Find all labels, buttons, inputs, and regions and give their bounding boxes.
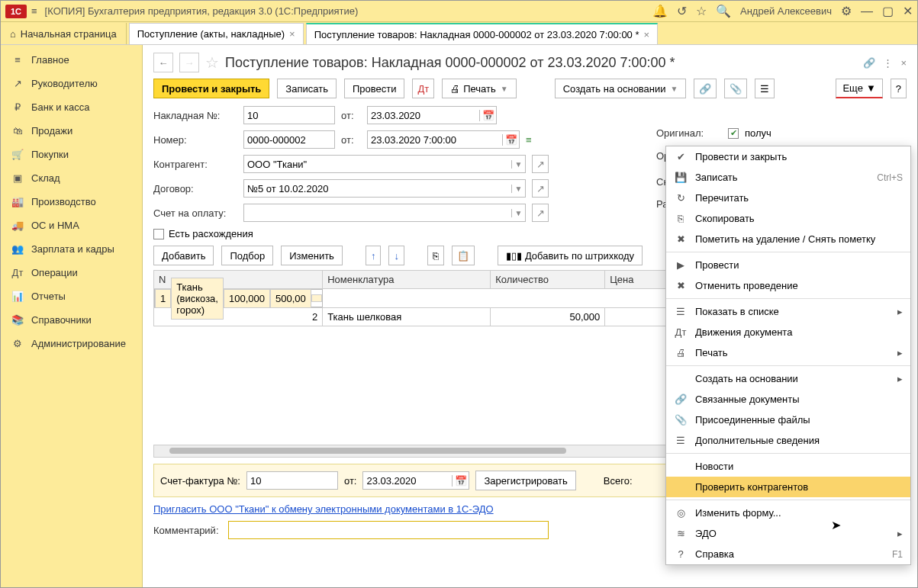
minimize-icon[interactable]: —	[861, 5, 873, 18]
home-tab[interactable]: ⌂ Начальная страница	[1, 23, 127, 44]
nomer-date-input[interactable]: 23.03.2020 7:00:00📅	[367, 130, 520, 149]
bell-icon[interactable]: 🔔	[652, 4, 668, 18]
dtkt-button[interactable]: Дт	[412, 79, 434, 98]
help-button[interactable]: ?	[891, 79, 907, 98]
calendar-icon[interactable]: 📅	[502, 134, 519, 146]
tab-document[interactable]: Поступление товаров: Накладная 0000-0000…	[306, 23, 658, 44]
original-checkbox[interactable]: ✔	[728, 128, 739, 139]
tab-receipts[interactable]: Поступление (акты, накладные) ×	[129, 23, 304, 44]
star-icon[interactable]: ☆	[696, 4, 707, 18]
register-button[interactable]: Зарегистрировать	[475, 471, 575, 490]
pick-button[interactable]: Подбор	[221, 246, 273, 265]
link-icon[interactable]: 🔗	[863, 57, 875, 69]
add-row-button[interactable]: Добавить	[153, 246, 214, 265]
tab-close-icon[interactable]: ×	[644, 29, 650, 40]
settings-icon[interactable]: ⚙	[841, 4, 852, 18]
search-icon[interactable]: 🔍	[716, 4, 731, 18]
nomer-input[interactable]	[243, 130, 335, 149]
nakladnaya-date-input[interactable]: 23.03.2020📅	[367, 106, 497, 124]
menu-item[interactable]: 💾ЗаписатьCtrl+S	[666, 167, 910, 188]
home-tab-label: Начальная страница	[21, 28, 117, 40]
open-ref-icon[interactable]: ↗	[532, 204, 549, 222]
sidebar-item[interactable]: 🚚ОС и НМА	[1, 214, 142, 237]
menu-item[interactable]: ⎘Скопировать	[666, 208, 910, 229]
menu-item[interactable]: 🔗Связанные документы	[666, 389, 910, 410]
close-doc-icon[interactable]: ×	[900, 57, 907, 69]
sidebar-item[interactable]: 👥Зарплата и кадры	[1, 237, 142, 261]
user-name[interactable]: Андрей Алексеевич	[740, 5, 832, 17]
menu-item[interactable]: ДтДвижения документа	[666, 322, 910, 342]
sidebar-item[interactable]: ▣Склад	[1, 166, 142, 190]
menu-item[interactable]: Проверить контрагентов	[666, 477, 910, 497]
kebab-icon[interactable]: ⋮	[883, 57, 893, 69]
save-button[interactable]: Записать	[277, 79, 337, 98]
sidebar-item[interactable]: 🛍Продажи	[1, 119, 142, 143]
close-icon[interactable]: ✕	[903, 4, 913, 18]
sidebar-item[interactable]: 📚Справочники	[1, 308, 142, 332]
sidebar-label: Отчеты	[31, 291, 66, 302]
nav-forward-button[interactable]: →	[179, 53, 199, 72]
favorite-icon[interactable]: ☆	[205, 53, 219, 72]
copy-row-button[interactable]: ⎘	[427, 246, 444, 265]
menu-item[interactable]: ?СправкаF1	[666, 544, 910, 564]
calendar-icon[interactable]: 📅	[452, 475, 469, 487]
calendar-icon[interactable]: 📅	[479, 110, 496, 121]
post-and-close-button[interactable]: Провести и закрыть	[153, 79, 269, 98]
sidebar-item[interactable]: 📊Отчеты	[1, 284, 142, 308]
menu-icon: Дт	[674, 326, 688, 338]
open-ref-icon[interactable]: ↗	[532, 179, 549, 198]
kontragent-select[interactable]: ООО "Ткани"▼	[243, 155, 526, 173]
dogovor-select[interactable]: №5 от 10.02.2020▼	[243, 179, 526, 198]
menu-item[interactable]: ✖Отменить проведение	[666, 275, 910, 296]
menu-icon[interactable]: ≡	[31, 5, 37, 17]
comment-input[interactable]	[228, 521, 549, 539]
maximize-icon[interactable]: ▢	[882, 4, 894, 18]
open-ref-icon[interactable]: ↗	[532, 155, 549, 173]
move-up-button[interactable]: ↑	[366, 246, 382, 265]
menu-item[interactable]: ☰Дополнительные сведения	[666, 430, 910, 451]
nav-back-button[interactable]: ←	[153, 53, 173, 72]
extra-info-button[interactable]: ☰	[755, 79, 775, 98]
schet-select[interactable]: ▼	[243, 204, 526, 222]
history-icon[interactable]: ↺	[677, 4, 687, 18]
related-docs-button[interactable]: 🔗	[694, 79, 717, 98]
sidebar-item[interactable]: ₽Банк и касса	[1, 95, 142, 119]
menu-item[interactable]: ↻Перечитать	[666, 188, 910, 208]
sidebar-item[interactable]: ДтОперации	[1, 261, 142, 284]
menu-item[interactable]: ◎Изменить форму...	[666, 503, 910, 523]
menu-item[interactable]: 🖨Печать▸	[666, 342, 910, 363]
discrepancies-checkbox[interactable]	[153, 229, 164, 239]
menu-item[interactable]: ▶Провести	[666, 255, 910, 275]
create-based-button[interactable]: Создать на основании▼	[555, 79, 687, 98]
menu-item[interactable]: 📎Присоединенные файлы	[666, 410, 910, 430]
sidebar-icon: 📊	[11, 291, 24, 302]
tab-close-icon[interactable]: ×	[289, 28, 295, 40]
menu-item[interactable]: Создать на основании▸	[666, 368, 910, 389]
nakladnaya-no-input[interactable]	[243, 106, 335, 124]
menu-item[interactable]: ☰Показать в списке▸	[666, 301, 910, 322]
menu-label: Новости	[695, 461, 733, 472]
paste-row-button[interactable]: 📋	[452, 246, 475, 265]
sidebar-item[interactable]: ⚙Администрирование	[1, 332, 142, 355]
sidebar-item[interactable]: ↗Руководителю	[1, 72, 142, 95]
invite-edo-link[interactable]: Пригласить ООО "Ткани" к обмену электрон…	[153, 503, 494, 515]
col-nom[interactable]: Номенклатура	[323, 271, 491, 289]
sidebar-item[interactable]: ≡Главное	[1, 48, 142, 72]
menu-item[interactable]: ≋ЭДО▸	[666, 523, 910, 544]
sf-date-input[interactable]: 23.03.2020📅	[362, 471, 469, 490]
menu-item[interactable]: Новости	[666, 456, 910, 477]
menu-item[interactable]: ✔Провести и закрыть	[666, 146, 910, 167]
table-row[interactable]: 1Ткань (вискоза, горох)100,000500,00	[154, 289, 323, 307]
print-button[interactable]: 🖨Печать▼	[442, 79, 517, 98]
post-button[interactable]: Провести	[344, 79, 405, 98]
move-down-button[interactable]: ↓	[388, 246, 404, 265]
edit-row-button[interactable]: Изменить	[281, 246, 343, 265]
attach-button[interactable]: 📎	[724, 79, 747, 98]
sf-no-input[interactable]	[246, 471, 338, 490]
menu-item[interactable]: ✖Пометить на удаление / Снять пометку	[666, 229, 910, 249]
more-button[interactable]: Еще▼	[836, 79, 882, 98]
sidebar-item[interactable]: 🛒Покупки	[1, 143, 142, 166]
col-qty[interactable]: Количество	[491, 271, 605, 289]
add-by-barcode-button[interactable]: ▮▯▮Добавить по штрихкоду	[498, 246, 643, 265]
sidebar-item[interactable]: 🏭Производство	[1, 190, 142, 214]
